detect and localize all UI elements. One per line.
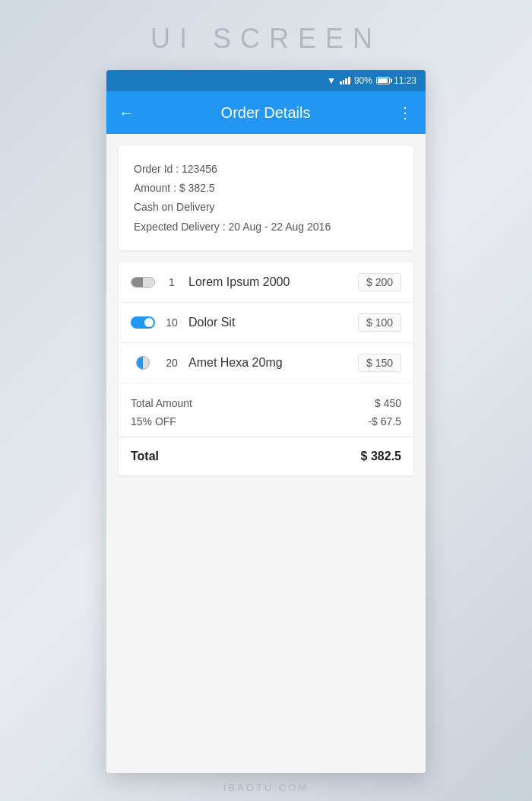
discount-row: 15% OFF -$ 67.5 (131, 412, 401, 431)
order-item-3: 20 Amet Hexa 20mg $ 150 (119, 343, 413, 383)
discount-value: -$ 67.5 (368, 415, 401, 428)
phone-container: ▼ 90% 11:23 ← Order Details ⋮ Order Id :… (106, 70, 426, 773)
content-area: Order Id : 123456 Amount : $ 382.5 Cash … (106, 134, 426, 773)
item-qty-3: 20 (163, 357, 181, 369)
item-name-2: Dolor Sit (188, 316, 350, 329)
back-button[interactable]: ← (119, 104, 134, 122)
total-amount-label: Total Amount (131, 397, 192, 409)
wifi-icon: ▼ (327, 75, 336, 86)
total-amount-row: Total Amount $ 450 (131, 394, 401, 412)
grand-total-row: Total $ 382.5 (119, 443, 413, 475)
order-id-line: Order Id : 123456 (134, 160, 398, 179)
payment-line: Cash on Delivery (134, 198, 398, 217)
order-item-1: 1 Lorem Ipsum 2000 $ 200 (119, 262, 413, 303)
item-qty-1: 1 (163, 276, 181, 288)
signal-icon (340, 77, 350, 84)
battery-percent: 90% (354, 75, 372, 86)
order-summary-card: Order Id : 123456 Amount : $ 382.5 Cash … (119, 146, 413, 250)
item-price-2: $ 100 (358, 313, 401, 332)
item-price-1: $ 200 (358, 273, 401, 291)
grand-total-value: $ 382.5 (361, 450, 401, 463)
item-qty-2: 10 (163, 316, 181, 329)
grand-total-label: Total (131, 450, 159, 463)
app-bar: ← Order Details ⋮ (106, 91, 426, 134)
item-name-3: Amet Hexa 20mg (188, 356, 350, 370)
footer-label: IBAOTU.COM (223, 773, 309, 801)
item-icon-circle-half (131, 357, 155, 369)
amount-line: Amount : $ 382.5 (134, 179, 398, 198)
ui-screen-title: UI SCREEN (150, 23, 382, 55)
total-amount-value: $ 450 (375, 397, 401, 409)
item-price-3: $ 150 (358, 354, 401, 372)
status-icons: ▼ 90% 11:23 (327, 75, 416, 86)
delivery-line: Expected Delivery : 20 Aug - 22 Aug 2016 (134, 218, 398, 237)
status-bar: ▼ 90% 11:23 (106, 70, 426, 91)
clock: 11:23 (394, 75, 416, 86)
item-name-1: Lorem Ipsum 2000 (188, 275, 350, 289)
total-divider (119, 437, 413, 437)
menu-button[interactable]: ⋮ (397, 103, 413, 122)
discount-label: 15% OFF (131, 415, 176, 428)
item-icon-capsule (131, 276, 155, 288)
battery-icon (376, 77, 390, 84)
order-items-list: 1 Lorem Ipsum 2000 $ 200 10 Dolor Sit $ … (119, 262, 413, 475)
app-bar-title: Order Details (146, 104, 385, 122)
item-icon-toggle (131, 316, 155, 329)
totals-section: Total Amount $ 450 15% OFF -$ 67.5 (119, 383, 413, 431)
order-item-2: 10 Dolor Sit $ 100 (119, 303, 413, 343)
